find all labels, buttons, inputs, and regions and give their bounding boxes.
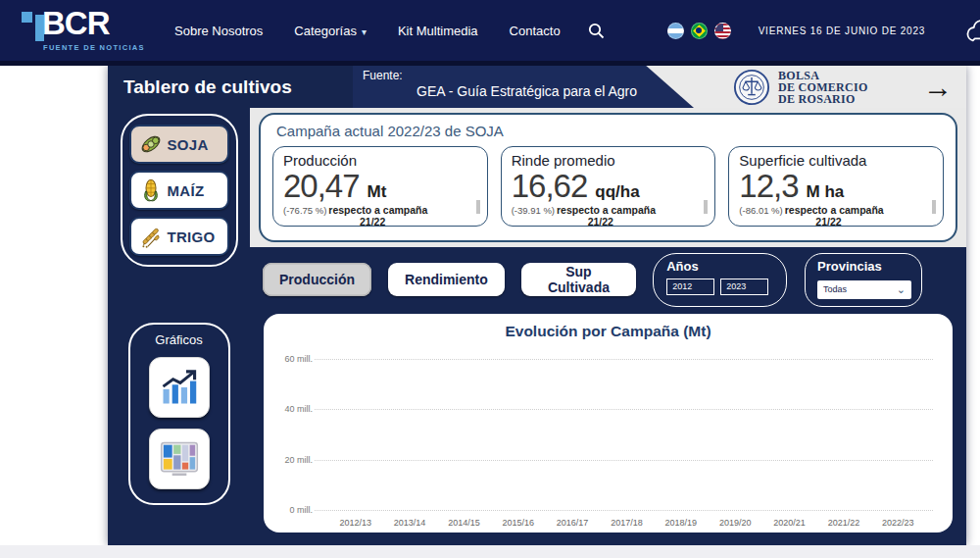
x-tick-label: 2018/19 [654,513,708,529]
treemap-view-button[interactable] [149,429,210,489]
bar-chart-view-button[interactable] [149,357,210,418]
metric-note-line2: 21/22 [360,216,477,227]
tab-produccion[interactable]: Producción [263,263,371,296]
nav-item-contacto[interactable]: Contacto [510,24,561,38]
metric-value: 20,47 [283,170,360,203]
card-scrollbar[interactable] [704,200,708,214]
x-tick-label: 2015/16 [491,513,545,529]
crop-button-soja[interactable]: SOJA [129,125,229,164]
crop-sidebar: SOJA MAÍZ [108,108,250,545]
source-label: Fuente: [363,69,694,82]
cloud-sun-icon [962,15,980,46]
metric-note-line2: 21/22 [588,216,706,227]
dashboard-header: Tablero de cultivos Fuente: GEA - Guía E… [108,66,966,108]
brand-line: DE COMERCIO [778,81,868,93]
metric-unit: M ha [807,182,845,202]
metric-card-rinde: Rinde promedio 16,62 qq/ha (-39.91 %)res… [501,146,716,227]
chart-xlabels: 2012/132013/142014/152015/162016/172017/… [320,513,933,529]
bcr-logo-text: BCR [42,5,110,42]
metric-label: Rinde promedio [512,152,706,169]
crop-button-trigo[interactable]: TRIGO [129,217,229,256]
metric-unit: Mt [368,182,387,202]
brazil-flag-icon[interactable] [691,23,708,39]
provinces-selected-option: Todas [823,284,847,294]
usa-flag-icon[interactable] [714,23,731,39]
chevron-down-icon: ⌄ [897,285,906,293]
wheat-icon [138,224,164,249]
bcr-logo[interactable]: BCR FUENTE DE NOTICIAS [12,4,161,57]
tab-sup-cultivada[interactable]: Sup Cultivada [521,263,636,296]
year-from-input[interactable] [666,279,714,295]
x-tick-label: 2022/23 [871,513,925,529]
metric-delta: (-39.91 %) [512,205,555,216]
x-tick-label: 2014/15 [437,513,491,529]
treemap-icon [158,437,201,481]
chart-area [320,352,933,511]
metric-note: respecto a campaña [557,204,656,216]
crop-selector-group: SOJA MAÍZ [121,114,238,267]
top-navbar: BCR FUENTE DE NOTICIAS Sobre Nosotros Ca… [0,0,980,66]
metric-note: respecto a campaña [328,204,427,216]
campaign-title: Campaña actual 2022/23 de SOJA [276,123,944,139]
year-to-input[interactable] [720,279,768,295]
brand-line: DE ROSARIO [778,93,868,105]
bar-chart-icon [158,366,201,409]
nav-item-kit-multimedia[interactable]: Kit Multimedia [398,24,478,38]
metric-delta: (-86.01 %) [739,205,782,216]
metric-value: 12,3 [739,170,798,203]
dashboard: Tablero de cultivos Fuente: GEA - Guía E… [108,66,966,545]
x-tick-label: 2012/13 [328,513,382,529]
tab-rendimiento[interactable]: Rendimiento [388,263,505,296]
x-tick-label: 2020/21 [762,513,816,529]
caret-down-icon: ▾ [362,26,367,37]
metric-value: 16,62 [512,170,588,203]
summary-section: Campaña actual 2022/23 de SOJA Producció… [250,108,966,247]
metric-note-line2: 21/22 [815,216,933,227]
brand-line: BOLSA [778,70,868,81]
nav-item-label: Sobre Nosotros [174,24,263,38]
graphics-label: Gráficos [155,332,202,347]
nav-item-label: Contacto [510,24,561,38]
search-icon[interactable] [588,23,605,39]
brand-band: BOLSA DE COMERCIO DE ROSARIO → [694,66,966,108]
controls-section: Producción Rendimiento Sup Cultivada Año… [250,247,966,312]
provinces-label: Provincias [817,259,909,274]
x-tick-label: 2017/18 [600,513,654,529]
y-tick-label: 60 mill. [284,354,313,364]
weather-widget: 15° Rosario [962,15,980,46]
crop-label: MAÍZ [168,182,205,199]
y-tick-label: 0 mill. [289,505,313,515]
crop-label: SOJA [168,136,209,153]
nav-item-categorias[interactable]: Categorías▾ [294,24,367,38]
years-filter-group: Años [653,253,787,307]
nav-menu: Sobre Nosotros Categorías▾ Kit Multimedi… [174,24,561,38]
bcr-brand: BOLSA DE COMERCIO DE ROSARIO [733,69,868,106]
years-label: Años [666,259,773,274]
provinces-dropdown[interactable]: Todas ⌄ [817,280,911,299]
bcr-seal-logo [733,69,770,106]
crop-label: TRIGO [168,228,216,245]
source-band: Fuente: GEA - Guía Estratégica para el A… [353,66,694,108]
bcr-logo-square [22,12,32,23]
card-scrollbar[interactable] [476,200,480,214]
metric-card-produccion: Producción 20,47 Mt (-76.75 %)respecto a… [272,146,488,227]
chart-section: Evolución por Campaña (Mt) 0 mill.20 mil… [250,312,966,545]
card-scrollbar[interactable] [932,200,936,214]
chart-title: Evolución por Campaña (Mt) [277,323,939,340]
soybean-icon [138,131,164,157]
page-title: Tablero de cultivos [123,76,292,98]
chart-bars [320,352,933,511]
metric-unit: qq/ha [595,182,639,202]
chart-plot: 0 mill.20 mill.40 mill.60 mill. 2012/132… [277,352,939,529]
chart-ylabels: 0 mill.20 mill.40 mill.60 mill. [277,352,317,511]
source-value: GEA - Guía Estratégica para el Agro [363,83,694,99]
nav-item-label: Kit Multimedia [398,24,478,38]
corn-icon [138,178,164,203]
campaign-summary-card: Campaña actual 2022/23 de SOJA Producció… [259,113,957,242]
arrow-right-icon[interactable]: → [923,73,953,102]
language-flags [667,23,731,39]
graphics-group: Gráficos [128,323,230,505]
crop-button-maiz[interactable]: MAÍZ [129,171,229,210]
argentina-flag-icon[interactable] [667,23,684,39]
nav-item-sobre-nosotros[interactable]: Sobre Nosotros [174,24,263,38]
